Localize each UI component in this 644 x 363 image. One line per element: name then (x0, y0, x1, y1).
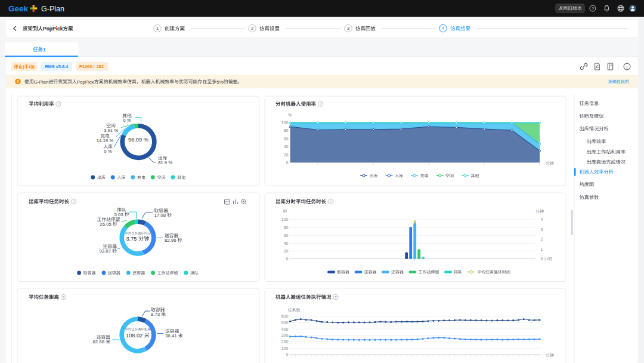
svg-text:1: 1 (541, 247, 543, 251)
svg-text:2: 2 (251, 26, 253, 31)
svg-text:20: 20 (284, 153, 289, 157)
svg-text:14.19 %: 14.19 % (97, 138, 114, 143)
svg-text:1: 1 (156, 26, 159, 31)
svg-text:3: 3 (541, 227, 543, 232)
svg-text:81.9 %: 81.9 % (158, 160, 172, 165)
svg-text:5.03: 5.03 (114, 212, 123, 217)
svg-text:200: 200 (281, 340, 289, 344)
svg-text:0 %: 0 % (123, 118, 131, 123)
svg-text:2: 2 (541, 237, 543, 241)
svg-text:60: 60 (284, 233, 289, 238)
svg-text:400: 400 (281, 327, 289, 331)
svg-text:40: 40 (284, 144, 289, 149)
svg-text:60: 60 (284, 137, 289, 141)
svg-text:100: 100 (281, 121, 289, 125)
svg-text:0 %: 0 % (104, 149, 112, 154)
svg-text:i: i (627, 64, 628, 70)
svg-text:80: 80 (284, 226, 289, 230)
svg-text:100: 100 (281, 346, 289, 350)
svg-text:RMS v5.8.4: RMS v5.8.4 (45, 64, 69, 69)
svg-text:PopPick: PopPick (77, 79, 94, 85)
svg-text:!: ! (17, 79, 19, 84)
svg-text:40: 40 (284, 241, 289, 245)
svg-text:300: 300 (281, 333, 289, 337)
svg-text:282: 282 (97, 64, 104, 69)
svg-text:0: 0 (286, 161, 289, 165)
svg-text:100: 100 (281, 217, 289, 222)
svg-text:600: 600 (281, 314, 289, 318)
svg-text:26.05: 26.05 (100, 222, 112, 227)
svg-text:PopPick: PopPick (43, 26, 63, 32)
svg-text:G-Plan: G-Plan (41, 5, 64, 13)
svg-text:3: 3 (347, 26, 349, 31)
svg-text:93.87: 93.87 (100, 248, 112, 254)
svg-text:1: 1 (43, 47, 46, 53)
svg-text:3.91 %: 3.91 % (104, 128, 118, 133)
svg-text:5%: 5% (216, 79, 223, 85)
svg-text:Geek: Geek (8, 4, 29, 13)
svg-text:4: 4 (541, 217, 543, 222)
svg-text:36.41: 36.41 (165, 333, 177, 339)
svg-text:3.75: 3.75 (126, 236, 137, 242)
svg-text:0: 0 (286, 257, 289, 261)
svg-text:108.02: 108.02 (126, 333, 143, 339)
svg-text:500: 500 (281, 321, 289, 325)
svg-text:80: 80 (284, 128, 289, 133)
svg-text:8.73: 8.73 (151, 312, 160, 317)
svg-text:20: 20 (284, 249, 289, 253)
svg-text:P1200: P1200 (79, 64, 92, 69)
svg-text:96.09 %: 96.09 % (128, 137, 148, 143)
svg-text:82.96: 82.96 (165, 238, 177, 243)
svg-text:%: % (288, 113, 292, 117)
svg-text:0: 0 (541, 257, 543, 261)
svg-text:62.88: 62.88 (93, 339, 105, 344)
svg-text:?: ? (592, 6, 594, 11)
svg-text:G-Plan: G-Plan (34, 79, 49, 85)
svg-text:17.08: 17.08 (154, 213, 166, 218)
svg-text:4: 4 (442, 26, 444, 31)
svg-text:0: 0 (286, 352, 289, 356)
